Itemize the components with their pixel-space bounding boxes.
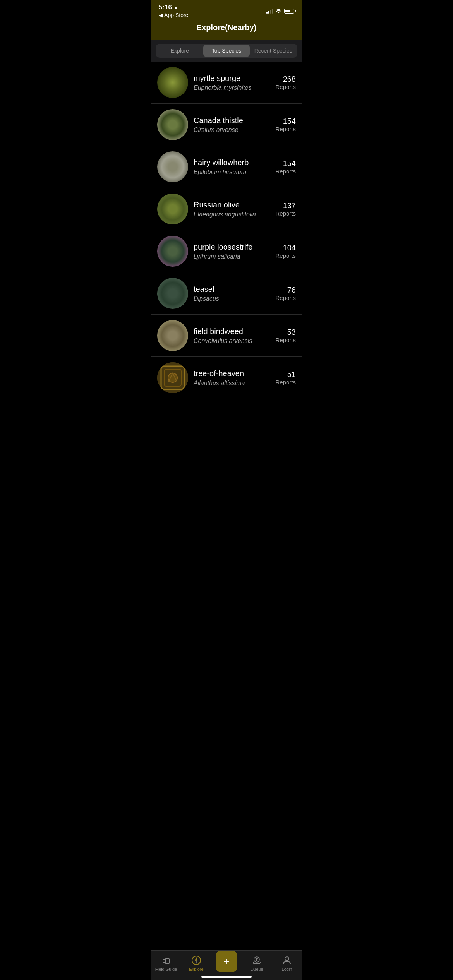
report-number: 154 (275, 117, 296, 126)
species-count-canada-thistle: 154Reports (275, 117, 296, 132)
status-time: 5:16 ▲ (159, 3, 188, 11)
report-label: Reports (275, 295, 296, 301)
species-info-russian-olive: Russian oliveElaeagnus angustifolia (194, 200, 270, 218)
species-info-tree-of-heaven: tree-of-heavenAilanthus altissima (194, 369, 270, 387)
report-number: 137 (275, 201, 296, 210)
species-count-field-bindweed: 53Reports (275, 328, 296, 343)
species-image-field-bindweed (157, 320, 188, 351)
species-image-hairy-willowherb (157, 151, 188, 182)
report-number: 76 (275, 286, 296, 295)
species-scientific-name-tree-of-heaven: Ailanthus altissima (194, 380, 270, 387)
tab-top-species[interactable]: Top Species (203, 45, 250, 57)
species-common-name-tree-of-heaven: tree-of-heaven (194, 369, 270, 378)
wifi-icon (276, 9, 282, 13)
species-info-myrtle-spurge: myrtle spurgeEuphorbia myrsinites (194, 74, 270, 91)
species-item-hairy-willowherb[interactable]: hairy willowherbEpilobium hirsutum154Rep… (151, 146, 302, 188)
species-scientific-name-teasel: Dipsacus (194, 295, 270, 302)
report-number: 104 (275, 243, 296, 252)
species-list: myrtle spurgeEuphorbia myrsinites268Repo… (151, 62, 302, 399)
species-common-name-hairy-willowherb: hairy willowherb (194, 158, 270, 167)
species-count-tree-of-heaven: 51Reports (275, 370, 296, 385)
signal-bars-icon (266, 8, 273, 14)
species-item-myrtle-spurge[interactable]: myrtle spurgeEuphorbia myrsinites268Repo… (151, 62, 302, 104)
report-label: Reports (275, 168, 296, 175)
species-common-name-myrtle-spurge: myrtle spurge (194, 74, 270, 83)
tab-explore[interactable]: Explore (156, 45, 203, 57)
report-label: Reports (275, 379, 296, 385)
battery-icon (284, 9, 294, 14)
tab-recent-species[interactable]: Recent Species (250, 45, 297, 57)
species-count-teasel: 76Reports (275, 286, 296, 301)
report-label: Reports (275, 337, 296, 343)
species-item-purple-loosestrife[interactable]: purple loosestrifeLythrum salicaria104Re… (151, 230, 302, 272)
species-count-russian-olive: 137Reports (275, 201, 296, 217)
report-number: 268 (275, 75, 296, 84)
species-scientific-name-canada-thistle: Cirsium arvense (194, 127, 270, 134)
report-number: 51 (275, 370, 296, 379)
report-label: Reports (275, 84, 296, 90)
species-common-name-canada-thistle: Canada thistle (194, 116, 270, 125)
status-right (266, 8, 294, 14)
report-label: Reports (275, 252, 296, 259)
species-item-field-bindweed[interactable]: field bindweedConvolvulus arvensis53Repo… (151, 315, 302, 357)
species-common-name-russian-olive: Russian olive (194, 200, 270, 209)
tab-segment-container: Explore Top Species Recent Species (151, 40, 302, 62)
species-scientific-name-myrtle-spurge: Euphorbia myrsinites (194, 84, 270, 91)
species-image-purple-loosestrife (157, 236, 188, 267)
species-image-myrtle-spurge (157, 67, 188, 98)
species-common-name-teasel: teasel (194, 285, 270, 294)
status-bar: 5:16 ▲ ◀ App Store (151, 0, 302, 19)
page-header: Explore(Nearby) (151, 19, 302, 40)
species-scientific-name-field-bindweed: Convolvulus arvensis (194, 338, 270, 344)
report-label: Reports (275, 210, 296, 217)
species-scientific-name-russian-olive: Elaeagnus angustifolia (194, 211, 270, 218)
report-label: Reports (275, 126, 296, 132)
app-store-back[interactable]: ◀ App Store (159, 12, 188, 18)
report-number: 53 (275, 328, 296, 337)
species-info-field-bindweed: field bindweedConvolvulus arvensis (194, 327, 270, 344)
page-title: Explore(Nearby) (159, 23, 294, 32)
species-image-canada-thistle (157, 109, 188, 140)
species-image-russian-olive (157, 194, 188, 224)
species-info-purple-loosestrife: purple loosestrifeLythrum salicaria (194, 243, 270, 260)
svg-point-3 (168, 373, 177, 382)
species-image-teasel (157, 278, 188, 309)
species-item-canada-thistle[interactable]: Canada thistleCirsium arvense154Reports (151, 104, 302, 146)
species-item-teasel[interactable]: teaselDipsacus76Reports (151, 272, 302, 315)
tab-segment: Explore Top Species Recent Species (156, 44, 297, 58)
report-number: 154 (275, 159, 296, 168)
species-item-tree-of-heaven[interactable]: tree-of-heavenAilanthus altissima51Repor… (151, 357, 302, 399)
species-info-teasel: teaselDipsacus (194, 285, 270, 302)
species-count-hairy-willowherb: 154Reports (275, 159, 296, 175)
species-scientific-name-hairy-willowherb: Epilobium hirsutum (194, 169, 270, 176)
species-count-myrtle-spurge: 268Reports (275, 75, 296, 90)
species-count-purple-loosestrife: 104Reports (275, 243, 296, 259)
status-left: 5:16 ▲ ◀ App Store (159, 3, 188, 18)
species-common-name-purple-loosestrife: purple loosestrife (194, 243, 270, 252)
species-image-tree-of-heaven (157, 362, 188, 393)
species-info-canada-thistle: Canada thistleCirsium arvense (194, 116, 270, 134)
location-arrow-icon: ▲ (173, 5, 178, 10)
species-scientific-name-purple-loosestrife: Lythrum salicaria (194, 253, 270, 260)
species-info-hairy-willowherb: hairy willowherbEpilobium hirsutum (194, 158, 270, 176)
species-item-russian-olive[interactable]: Russian oliveElaeagnus angustifolia137Re… (151, 188, 302, 230)
species-common-name-field-bindweed: field bindweed (194, 327, 270, 336)
